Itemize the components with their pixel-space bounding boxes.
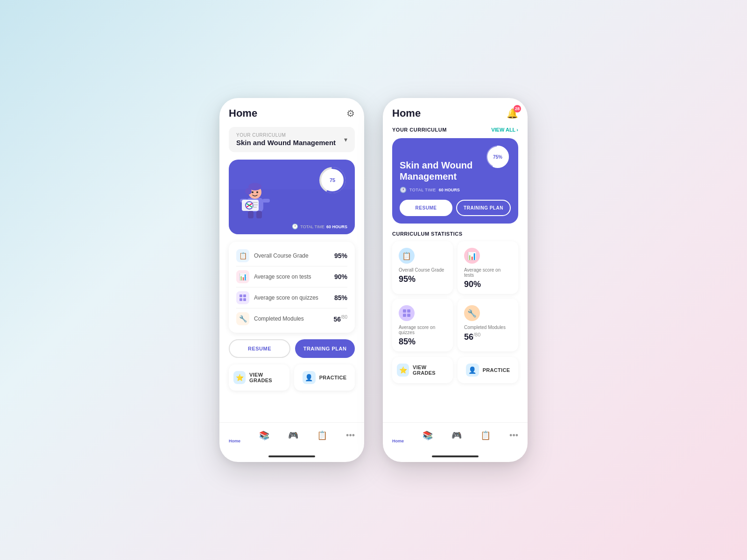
nav-tasks-2[interactable]: 📋 (480, 430, 491, 441)
svg-rect-26 (407, 309, 410, 313)
nav-more-2[interactable]: ••• (509, 431, 518, 441)
stat-card-value-grade: 95% (399, 274, 446, 284)
header-1: Home ⚙ (229, 107, 355, 119)
nav-more[interactable]: ••• (346, 431, 355, 441)
hero-card-2: 75% Skin and Wound Management 🕐 TOTAL TI… (392, 138, 518, 224)
bell-container[interactable]: 🔔 28 (507, 108, 518, 119)
svg-rect-25 (403, 309, 406, 313)
resume-button-2[interactable]: RESUME (400, 200, 452, 216)
stat-icon-tests: 📊 (236, 270, 249, 283)
home-indicator-1 (268, 455, 315, 457)
nav-tasks[interactable]: 📋 (317, 430, 327, 441)
lessons-icon-2: 📚 (423, 430, 433, 441)
training-plan-button-1[interactable]: TRAINING PLAN (295, 339, 355, 358)
practice-icon: 👤 (303, 371, 316, 384)
time-badge: 🕐 TOTAL TIME 60 HOURS (292, 224, 347, 230)
time-info: 🕐 TOTAL TIME 60 HOURS (400, 187, 511, 193)
nav-home-1[interactable]: 🏠 Home (229, 427, 240, 443)
svg-rect-22 (243, 298, 246, 301)
nav-games[interactable]: 🎮 (288, 430, 298, 441)
home-indicator-2 (432, 455, 479, 457)
nav-home-2[interactable]: 🏠 Home (392, 427, 404, 443)
svg-rect-9 (262, 199, 270, 203)
bottom-nav-2: 🏠 Home 📚 🎮 📋 ••• (383, 422, 528, 453)
stat-value-modules: 56/80 (334, 315, 347, 323)
curriculum-dropdown[interactable]: YOUR CURRICULUM Skin and Wound Managemen… (229, 127, 355, 152)
hero-card-1: 75 (229, 160, 355, 234)
gear-icon[interactable]: ⚙ (346, 108, 355, 119)
time-value: 60 HOURS (326, 224, 347, 229)
time-value-2: 60 HOURS (439, 188, 460, 192)
training-plan-button-2[interactable]: TRAINING PLAN (456, 200, 511, 216)
practice-button[interactable]: 👤 PRACTICE (294, 364, 355, 391)
action-buttons-1: RESUME TRAINING PLAN (229, 339, 355, 358)
chevron-down-icon: ▾ (344, 136, 347, 143)
more-icon-2: ••• (509, 431, 518, 441)
curriculum-name: Skin and Wound Management (236, 139, 336, 147)
clock-icon: 🕐 (400, 187, 407, 193)
svg-point-5 (245, 188, 252, 195)
character-illustration (236, 178, 274, 220)
stat-value-tests: 90% (334, 273, 347, 280)
hero-buttons: RESUME TRAINING PLAN (400, 200, 511, 216)
resume-button-1[interactable]: RESUME (229, 339, 290, 358)
stat-card-icon-grade: 📋 (399, 248, 415, 264)
stat-card-label-grade: Overall Course Grade (399, 267, 446, 273)
quick-links-1: ⭐ VIEW GRADES 👤 PRACTICE (229, 364, 355, 391)
progress-label-2: 75% (493, 154, 502, 160)
home-label-2: Home (392, 439, 404, 443)
stat-card-value-quizzes: 85% (399, 337, 446, 347)
svg-rect-27 (403, 314, 406, 317)
stat-label-grade: Overall Course Grade (254, 252, 334, 259)
stat-icon-modules: 🔧 (236, 312, 249, 325)
stat-label-tests: Average score on tests (254, 273, 334, 280)
svg-rect-20 (243, 294, 246, 297)
view-grades-button[interactable]: ⭐ VIEW GRADES (229, 364, 289, 391)
stat-card-grade: 📋 Overall Course Grade 95% (392, 241, 453, 294)
stats-grid: 📋 Overall Course Grade 95% 📊 Average sco… (392, 241, 518, 351)
svg-rect-19 (240, 294, 242, 297)
stat-card-label-quizzes: Average score on quizzes (399, 325, 446, 335)
nav-lessons[interactable]: 📚 (259, 430, 269, 441)
practice-button-2[interactable]: 👤 PRACTICE (458, 357, 518, 383)
tasks-icon: 📋 (317, 430, 327, 441)
practice-label-2: PRACTICE (483, 367, 510, 373)
stat-card-label-modules: Completed Modules (464, 325, 512, 330)
nav-games-2[interactable]: 🎮 (451, 430, 462, 441)
star-icon: ⭐ (233, 371, 246, 384)
stat-card-value-tests: 90% (464, 280, 512, 289)
practice-icon-2: 👤 (466, 364, 479, 377)
view-all-button[interactable]: VIEW ALL › (491, 127, 518, 133)
time-label: TOTAL TIME (300, 224, 324, 229)
stat-value-quizzes: 85% (334, 294, 347, 301)
svg-point-7 (256, 191, 258, 193)
svg-rect-28 (407, 314, 410, 317)
curriculum-stats-title: CURRICULUM STATISTICS (392, 231, 518, 237)
stat-row-modules: 🔧 Completed Modules 56/80 (236, 308, 347, 329)
view-all-label: VIEW ALL (491, 127, 515, 133)
view-grades-button-2[interactable]: ⭐ VIEW GRADES (392, 357, 453, 383)
bottom-nav-1: 🏠 Home 📚 🎮 📋 ••• (219, 422, 364, 453)
chevron-right-icon: › (516, 127, 518, 133)
more-icon: ••• (346, 431, 355, 441)
svg-rect-21 (240, 298, 242, 301)
svg-rect-11 (256, 211, 262, 218)
view-grades-label: VIEW GRADES (249, 372, 285, 383)
practice-label: PRACTICE (319, 375, 347, 380)
stat-card-icon-modules: 🔧 (464, 305, 480, 321)
header-2: Home 🔔 28 (392, 107, 518, 119)
progress-label: 75 (330, 177, 335, 183)
quick-links-2: ⭐ VIEW GRADES 👤 PRACTICE (392, 357, 518, 383)
stat-card-icon-tests: 📊 (464, 248, 480, 264)
stat-card-tests: 📊 Average score on tests 90% (458, 241, 518, 294)
home-label: Home (229, 439, 240, 443)
stat-label-quizzes: Average score on quizzes (254, 294, 334, 301)
nav-lessons-2[interactable]: 📚 (423, 430, 433, 441)
phone-1: Home ⚙ YOUR CURRICULUM Skin and Wound Ma… (219, 98, 364, 462)
notification-badge: 28 (514, 105, 521, 112)
stat-row-grade: 📋 Overall Course Grade 95% (236, 245, 347, 266)
progress-circle-2: 75% (485, 144, 511, 170)
stat-row-tests: 📊 Average score on tests 90% (236, 266, 347, 287)
stats-card-1: 📋 Overall Course Grade 95% 📊 Average sco… (229, 242, 355, 333)
time-label-2: TOTAL TIME (409, 188, 436, 192)
